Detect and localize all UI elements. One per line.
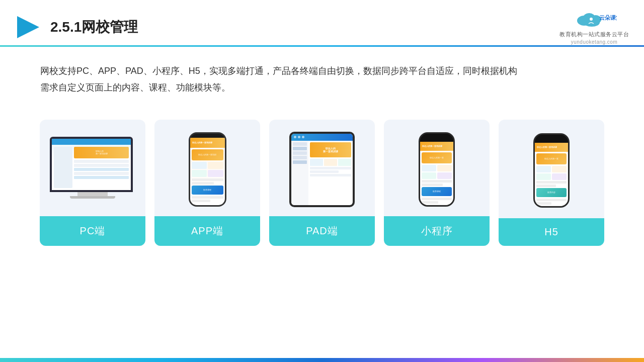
play-icon — [15, 14, 41, 40]
card-pc-label: PC端 — [40, 216, 145, 246]
app-device: 职达人的第一堂培训课 职达人的第一堂培训 — [189, 132, 226, 207]
card-mini-label: 小程序 — [384, 216, 490, 246]
card-h5-image: 职达人的第一堂培训课 职达人的第一堂 — [499, 120, 604, 218]
description-line1: 网校支持PC、APP、PAD、小程序、H5，实现多端打通，产品各终端自由切换，数… — [40, 63, 604, 79]
card-pad-image: 职达人的第一堂培训课 — [269, 120, 375, 216]
cloud-logo-icon: 云朵课堂 — [572, 10, 617, 30]
description-line2: 需求自定义页面上的内容、课程、功能模块等。 — [40, 79, 604, 96]
card-mini-image: 职达人的第一堂培训课 职达人的第一堂 — [384, 120, 490, 216]
svg-point-5 — [590, 18, 593, 21]
card-app: 职达人的第一堂培训课 职达人的第一堂培训 — [154, 120, 260, 246]
card-app-image: 职达人的第一堂培训课 职达人的第一堂培训 — [154, 120, 260, 216]
card-pad: 职达人的第一堂培训课 — [269, 120, 375, 246]
card-h5: 职达人的第一堂培训课 职达人的第一堂 — [499, 120, 604, 246]
header-left: 2.5.1网校管理 — [15, 14, 138, 40]
h5-device: 职达人的第一堂培训课 职达人的第一堂 — [533, 133, 570, 208]
pad-device: 职达人的第一堂培训课 — [289, 132, 355, 207]
svg-text:云朵课堂: 云朵课堂 — [599, 15, 617, 21]
logo-tagline: 教育机构一站式服务云平台 — [559, 31, 629, 38]
page-bottom-bar — [0, 358, 644, 362]
card-app-label: APP端 — [154, 216, 260, 246]
logo-area: 云朵课堂 教育机构一站式服务云平台 yunduoketang.com — [559, 10, 629, 45]
card-pc-image: 职场人的第一堂培训课 — [40, 120, 145, 216]
pc-device: 职场人的第一堂培训课 — [50, 137, 135, 202]
page-header: 2.5.1网校管理 云朵课堂 教育机构一站式服务云平台 yunduoketang… — [0, 0, 644, 45]
card-miniprogram: 职达人的第一堂培训课 职达人的第一堂 — [384, 120, 490, 246]
cards-area: 职场人的第一堂培训课 — [0, 102, 644, 246]
page-title: 2.5.1网校管理 — [50, 18, 138, 37]
description-area: 网校支持PC、APP、PAD、小程序、H5，实现多端打通，产品各终端自由切换，数… — [0, 47, 644, 97]
svg-marker-0 — [17, 16, 39, 38]
card-pad-label: PAD端 — [269, 216, 375, 246]
miniprogram-device: 职达人的第一堂培训课 职达人的第一堂 — [419, 132, 455, 207]
logo-url: yunduoketang.com — [571, 39, 618, 45]
card-pc: 职场人的第一堂培训课 — [40, 120, 145, 246]
card-h5-label: H5 — [499, 218, 604, 246]
